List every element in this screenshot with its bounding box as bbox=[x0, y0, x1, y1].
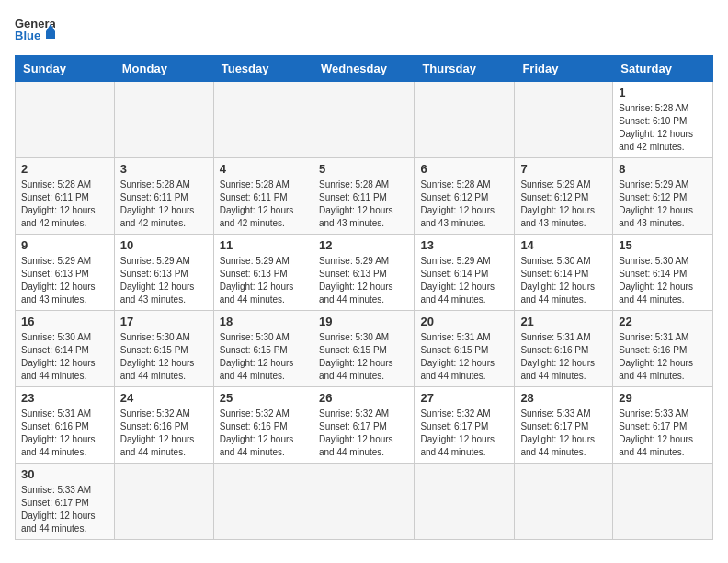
day-info: Sunrise: 5:31 AM Sunset: 6:16 PM Dayligh… bbox=[520, 331, 607, 383]
day-info: Sunrise: 5:33 AM Sunset: 6:17 PM Dayligh… bbox=[619, 408, 707, 459]
day-number: 19 bbox=[319, 315, 408, 328]
day-info: Sunrise: 5:32 AM Sunset: 6:17 PM Dayligh… bbox=[319, 408, 408, 459]
day-number: 27 bbox=[420, 391, 508, 405]
day-info: Sunrise: 5:28 AM Sunset: 6:12 PM Dayligh… bbox=[420, 178, 508, 230]
calendar-cell: 30Sunrise: 5:33 AM Sunset: 6:17 PM Dayli… bbox=[16, 464, 115, 540]
day-info: Sunrise: 5:28 AM Sunset: 6:11 PM Dayligh… bbox=[21, 178, 108, 230]
day-number: 8 bbox=[619, 162, 707, 176]
day-info: Sunrise: 5:28 AM Sunset: 6:11 PM Dayligh… bbox=[220, 178, 307, 230]
weekday-header-wednesday: Wednesday bbox=[313, 56, 414, 82]
day-info: Sunrise: 5:28 AM Sunset: 6:11 PM Dayligh… bbox=[319, 178, 408, 230]
day-number: 15 bbox=[619, 238, 707, 252]
calendar-cell: 2Sunrise: 5:28 AM Sunset: 6:11 PM Daylig… bbox=[16, 158, 115, 235]
logo-icon: General Blue bbox=[15, 15, 55, 48]
day-info: Sunrise: 5:29 AM Sunset: 6:12 PM Dayligh… bbox=[520, 178, 607, 230]
day-number: 29 bbox=[619, 391, 707, 405]
calendar-cell bbox=[415, 82, 515, 158]
day-info: Sunrise: 5:33 AM Sunset: 6:17 PM Dayligh… bbox=[520, 408, 607, 459]
day-number: 16 bbox=[21, 315, 108, 328]
calendar-cell: 23Sunrise: 5:31 AM Sunset: 6:16 PM Dayli… bbox=[16, 387, 115, 464]
day-info: Sunrise: 5:31 AM Sunset: 6:15 PM Dayligh… bbox=[420, 331, 508, 383]
day-info: Sunrise: 5:30 AM Sunset: 6:15 PM Dayligh… bbox=[120, 331, 208, 383]
calendar-cell: 7Sunrise: 5:29 AM Sunset: 6:12 PM Daylig… bbox=[515, 158, 613, 235]
calendar-cell: 26Sunrise: 5:32 AM Sunset: 6:17 PM Dayli… bbox=[313, 387, 414, 464]
calendar-cell: 1Sunrise: 5:28 AM Sunset: 6:10 PM Daylig… bbox=[613, 82, 713, 158]
day-info: Sunrise: 5:29 AM Sunset: 6:13 PM Dayligh… bbox=[220, 255, 307, 306]
day-number: 6 bbox=[420, 162, 508, 176]
svg-rect-3 bbox=[46, 31, 55, 39]
day-number: 9 bbox=[21, 238, 108, 252]
weekday-header-saturday: Saturday bbox=[613, 56, 713, 82]
calendar-cell: 8Sunrise: 5:29 AM Sunset: 6:12 PM Daylig… bbox=[613, 158, 713, 235]
day-info: Sunrise: 5:32 AM Sunset: 6:16 PM Dayligh… bbox=[220, 408, 307, 459]
calendar-cell bbox=[114, 464, 213, 540]
calendar-cell bbox=[16, 82, 115, 158]
calendar-cell bbox=[213, 82, 313, 158]
day-info: Sunrise: 5:29 AM Sunset: 6:13 PM Dayligh… bbox=[319, 255, 408, 306]
day-number: 10 bbox=[120, 238, 208, 252]
calendar-cell: 21Sunrise: 5:31 AM Sunset: 6:16 PM Dayli… bbox=[515, 311, 613, 387]
calendar-cell: 11Sunrise: 5:29 AM Sunset: 6:13 PM Dayli… bbox=[213, 235, 313, 311]
day-number: 24 bbox=[120, 391, 208, 405]
day-number: 26 bbox=[319, 391, 408, 405]
calendar-cell: 14Sunrise: 5:30 AM Sunset: 6:14 PM Dayli… bbox=[515, 235, 613, 311]
day-info: Sunrise: 5:29 AM Sunset: 6:13 PM Dayligh… bbox=[21, 255, 108, 306]
day-info: Sunrise: 5:29 AM Sunset: 6:12 PM Dayligh… bbox=[619, 178, 707, 230]
day-info: Sunrise: 5:29 AM Sunset: 6:13 PM Dayligh… bbox=[120, 255, 208, 306]
calendar-cell: 17Sunrise: 5:30 AM Sunset: 6:15 PM Dayli… bbox=[114, 311, 213, 387]
logo: General Blue bbox=[15, 15, 55, 48]
calendar-cell: 15Sunrise: 5:30 AM Sunset: 6:14 PM Dayli… bbox=[613, 235, 713, 311]
calendar-cell: 27Sunrise: 5:32 AM Sunset: 6:17 PM Dayli… bbox=[415, 387, 515, 464]
calendar-cell: 28Sunrise: 5:33 AM Sunset: 6:17 PM Dayli… bbox=[515, 387, 613, 464]
day-info: Sunrise: 5:32 AM Sunset: 6:17 PM Dayligh… bbox=[420, 408, 508, 459]
day-number: 4 bbox=[220, 162, 307, 176]
svg-text:Blue: Blue bbox=[15, 29, 40, 42]
calendar-cell bbox=[114, 82, 213, 158]
calendar-cell: 9Sunrise: 5:29 AM Sunset: 6:13 PM Daylig… bbox=[16, 235, 115, 311]
day-info: Sunrise: 5:28 AM Sunset: 6:11 PM Dayligh… bbox=[120, 178, 208, 230]
calendar-cell: 19Sunrise: 5:30 AM Sunset: 6:15 PM Dayli… bbox=[313, 311, 414, 387]
day-info: Sunrise: 5:30 AM Sunset: 6:14 PM Dayligh… bbox=[520, 255, 607, 306]
day-number: 25 bbox=[220, 391, 307, 405]
day-info: Sunrise: 5:33 AM Sunset: 6:17 PM Dayligh… bbox=[21, 484, 108, 535]
calendar-cell: 10Sunrise: 5:29 AM Sunset: 6:13 PM Dayli… bbox=[114, 235, 213, 311]
day-number: 11 bbox=[220, 238, 307, 252]
calendar-cell: 18Sunrise: 5:30 AM Sunset: 6:15 PM Dayli… bbox=[213, 311, 313, 387]
day-number: 17 bbox=[120, 315, 208, 328]
day-info: Sunrise: 5:31 AM Sunset: 6:16 PM Dayligh… bbox=[21, 408, 108, 459]
day-number: 13 bbox=[420, 238, 508, 252]
calendar-cell: 4Sunrise: 5:28 AM Sunset: 6:11 PM Daylig… bbox=[213, 158, 313, 235]
calendar-cell: 6Sunrise: 5:28 AM Sunset: 6:12 PM Daylig… bbox=[415, 158, 515, 235]
day-number: 2 bbox=[21, 162, 108, 176]
calendar-cell bbox=[313, 82, 414, 158]
calendar-cell: 16Sunrise: 5:30 AM Sunset: 6:14 PM Dayli… bbox=[16, 311, 115, 387]
day-info: Sunrise: 5:31 AM Sunset: 6:16 PM Dayligh… bbox=[619, 331, 707, 383]
day-number: 22 bbox=[619, 315, 707, 328]
day-info: Sunrise: 5:30 AM Sunset: 6:15 PM Dayligh… bbox=[220, 331, 307, 383]
weekday-header-thursday: Thursday bbox=[415, 56, 515, 82]
day-number: 3 bbox=[120, 162, 208, 176]
calendar-cell: 5Sunrise: 5:28 AM Sunset: 6:11 PM Daylig… bbox=[313, 158, 414, 235]
day-number: 23 bbox=[21, 391, 108, 405]
calendar-cell: 20Sunrise: 5:31 AM Sunset: 6:15 PM Dayli… bbox=[415, 311, 515, 387]
day-info: Sunrise: 5:32 AM Sunset: 6:16 PM Dayligh… bbox=[120, 408, 208, 459]
calendar-cell: 22Sunrise: 5:31 AM Sunset: 6:16 PM Dayli… bbox=[613, 311, 713, 387]
day-info: Sunrise: 5:28 AM Sunset: 6:10 PM Dayligh… bbox=[619, 102, 707, 154]
day-info: Sunrise: 5:30 AM Sunset: 6:15 PM Dayligh… bbox=[319, 331, 408, 383]
calendar-cell bbox=[213, 464, 313, 540]
day-info: Sunrise: 5:30 AM Sunset: 6:14 PM Dayligh… bbox=[21, 331, 108, 383]
day-number: 1 bbox=[619, 86, 707, 99]
calendar-cell bbox=[515, 82, 613, 158]
day-number: 7 bbox=[520, 162, 607, 176]
calendar-cell: 13Sunrise: 5:29 AM Sunset: 6:14 PM Dayli… bbox=[415, 235, 515, 311]
calendar-cell bbox=[515, 464, 613, 540]
day-number: 12 bbox=[319, 238, 408, 252]
day-number: 30 bbox=[21, 467, 108, 481]
calendar-cell: 25Sunrise: 5:32 AM Sunset: 6:16 PM Dayli… bbox=[213, 387, 313, 464]
header: General Blue bbox=[15, 15, 713, 48]
weekday-header-monday: Monday bbox=[114, 56, 213, 82]
calendar-cell bbox=[313, 464, 414, 540]
day-info: Sunrise: 5:29 AM Sunset: 6:14 PM Dayligh… bbox=[420, 255, 508, 306]
calendar-cell: 29Sunrise: 5:33 AM Sunset: 6:17 PM Dayli… bbox=[613, 387, 713, 464]
day-number: 18 bbox=[220, 315, 307, 328]
